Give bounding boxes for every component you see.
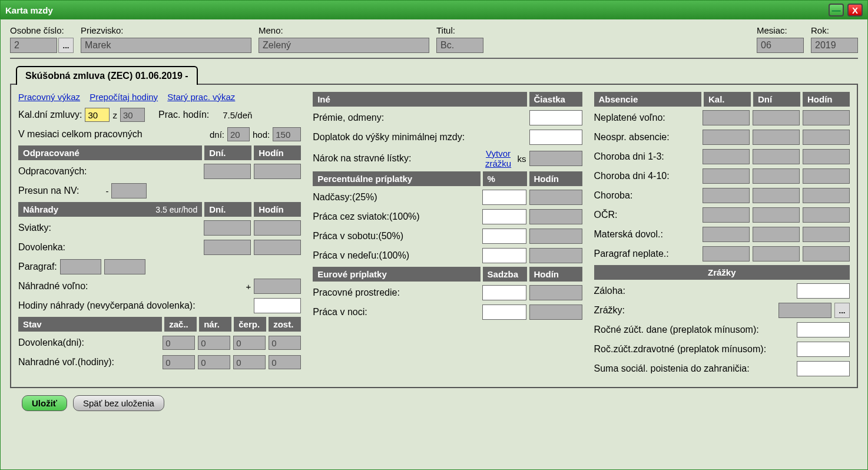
paragraf-label: Paragraf: [18,262,57,272]
premie-input[interactable] [529,110,582,125]
kal-dni-label: Kal.dní zmluvy: [18,110,82,120]
zrazky-input[interactable] [778,303,831,318]
ch-dni[interactable] [753,188,800,203]
mat-dni[interactable] [753,227,800,242]
kal-dni-1-input[interactable] [85,108,110,122]
priezvisko-input[interactable] [81,38,251,53]
close-button[interactable]: X [847,4,863,16]
doplatok-input[interactable] [529,130,582,145]
nadcasy-pct-input[interactable] [482,190,526,205]
sobota-pct-input[interactable] [482,229,526,244]
neospr-hod[interactable] [803,130,850,145]
ch13-hod[interactable] [803,149,850,164]
dovolenka-hodin-input[interactable] [254,240,301,255]
listky-input[interactable] [529,151,582,166]
cancel-button[interactable]: Späť bez uloženia [73,395,164,411]
prostredie-sadzba-input[interactable] [482,285,526,300]
paragraf-input-1[interactable] [60,259,101,274]
roc-zdrav-input[interactable] [797,342,850,357]
ch-kal[interactable] [703,188,750,203]
odpracovanych-hodin-input[interactable] [254,164,301,179]
zrazky-lookup-button[interactable]: ... [834,303,850,318]
nv-cerp[interactable] [233,355,266,369]
prostredie-hodin-input[interactable] [529,285,582,300]
zaloha-input[interactable] [797,283,850,299]
zac-header: zač.. [164,317,197,332]
cerp-header: čerp. [234,317,266,332]
abs-kal-header: Kal. [704,92,751,107]
ch13-kal[interactable] [703,149,750,164]
ch410-dni[interactable] [753,168,800,184]
rocne-dane-input[interactable] [797,322,850,337]
meno-input[interactable] [259,38,429,53]
neplat-dni[interactable] [753,110,800,125]
pn-hod[interactable] [803,246,850,262]
rok-input[interactable] [811,38,858,53]
pn-dni[interactable] [753,246,800,262]
sobota-hodin-input[interactable] [529,229,582,244]
neplat-kal[interactable] [703,110,750,125]
neplat-label: Neplatené voľno: [594,112,700,123]
ocr-hod[interactable] [803,207,850,223]
suma-soc-input[interactable] [797,361,850,376]
mesiac-hod-input[interactable] [273,127,301,141]
mat-kal[interactable] [703,227,750,242]
noc-sadzba-input[interactable] [482,304,526,320]
ch410-kal[interactable] [703,168,750,184]
sviatok-pct-input[interactable] [482,209,526,224]
neospr-kal[interactable] [703,130,750,145]
dov-cerp[interactable] [233,336,266,350]
sviatky-dni-input[interactable] [204,220,251,236]
dov-zost[interactable] [269,336,301,350]
nahrady-text: Náhrady [23,204,58,214]
ocr-dni[interactable] [753,207,800,223]
hodiny-nahrady-input[interactable] [254,298,301,313]
pn-kal[interactable] [703,246,750,262]
odpracovanych-dni-input[interactable] [204,164,251,179]
noc-hodin-input[interactable] [529,304,582,320]
ch13-dni[interactable] [753,149,800,164]
link-prepocitaj-hodiny[interactable]: Prepočítaj hodiny [90,92,158,102]
odpracovane-header: Odpracované [18,145,202,160]
ch410-hod[interactable] [803,168,850,184]
link-pracovny-vykaz[interactable]: Pracovný výkaz [18,92,80,102]
tab-contract[interactable]: Skúšobná zmluva (ZEC) 01.06.2019 - [16,66,198,85]
nv-zac[interactable] [163,355,195,369]
ks-label: ks [518,154,526,164]
nadcasy-hodin-input[interactable] [529,190,582,205]
pct-header: % [483,171,527,186]
neospr-dni[interactable] [753,130,800,145]
nv-nar[interactable] [198,355,230,369]
mesiac-dni-input[interactable] [227,127,250,141]
sviatok-hodin-input[interactable] [529,209,582,224]
nahradne-volno-input[interactable] [254,279,301,294]
osobne-cislo-lookup-button[interactable]: ... [58,38,74,53]
mesiac-input[interactable] [757,38,804,53]
ocr-kal[interactable] [703,207,750,223]
save-button[interactable]: Uložiť [22,395,67,411]
nedela-pct-input[interactable] [482,248,526,263]
dov-zac[interactable] [163,336,195,350]
dovolenka-dni-label: Dovolenka(dni): [18,337,160,348]
osobne-cislo-label: Osobne číslo: [10,25,74,35]
paragraf-input-2[interactable] [104,259,145,274]
dovolenka-dni-input[interactable] [204,240,251,255]
mat-hod[interactable] [803,227,850,242]
header-row: Osobne číslo: ... Priezvisko: Meno: Titu… [10,25,858,59]
link-stary-vykaz[interactable]: Starý prac. výkaz [167,92,235,102]
dov-nar[interactable] [198,336,230,350]
sviatky-hodin-input[interactable] [254,220,301,236]
premie-label: Prémie, odmeny: [313,112,526,123]
presun-nv-input[interactable] [111,183,147,198]
neplat-hod[interactable] [803,110,850,125]
hodin-header: Hodín [254,145,301,160]
titul-input[interactable] [436,38,483,53]
osobne-cislo-input[interactable] [10,38,57,53]
kal-dni-2-input[interactable] [120,108,145,122]
vytvor-zrazku-link[interactable]: Vytvor zrážku [482,148,515,168]
nv-zost[interactable] [269,355,301,369]
ch-hod[interactable] [803,188,850,203]
minimize-button[interactable]: — [829,4,844,16]
nedela-hodin-input[interactable] [529,248,582,263]
nahradne-volno-label: Náhradné voľno: [18,281,243,292]
